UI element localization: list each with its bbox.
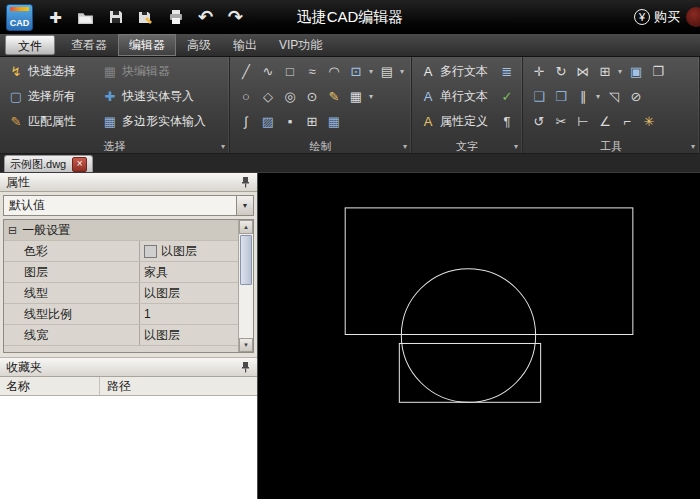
offset-button[interactable]: ∥▾ <box>573 88 602 106</box>
scale-button[interactable]: ◹ <box>604 88 624 106</box>
array-button[interactable]: ⊞▾ <box>595 63 624 81</box>
offset-dropdown-icon[interactable]: ▾ <box>596 92 600 101</box>
scroll-down-icon[interactable]: ▼ <box>239 338 253 352</box>
rectangle-button[interactable]: □ <box>280 63 300 81</box>
rotate-button[interactable]: ↻ <box>551 63 571 81</box>
tile-windows-button[interactable]: ❒ <box>551 88 571 106</box>
scrollbar[interactable]: ▲ ▼ <box>238 220 253 352</box>
hatch-button[interactable]: ▨ <box>258 113 278 131</box>
column-name[interactable]: 名称 <box>0 377 100 395</box>
line-button[interactable]: ╱ <box>236 63 256 81</box>
move-button[interactable]: ✛ <box>529 63 549 81</box>
multiline-text-button[interactable]: A多行文本 <box>418 59 490 84</box>
spell-check-button[interactable]: ✓ <box>497 84 517 109</box>
cad-circle[interactable] <box>401 269 535 403</box>
table-button[interactable]: ▦ <box>324 113 344 131</box>
cad-rectangle-large[interactable] <box>345 208 633 335</box>
extend-button[interactable]: ⊢ <box>573 113 593 131</box>
column-path[interactable]: 路径 <box>100 378 131 395</box>
support-icon[interactable] <box>686 7 700 27</box>
array-dropdown-icon[interactable]: ▾ <box>618 67 622 76</box>
select-all-button[interactable]: ▢选择所有 <box>6 87 100 106</box>
paste-button[interactable]: ❐ <box>648 63 668 81</box>
singleline-text-button[interactable]: A单行文本 <box>418 84 490 109</box>
polyline-button[interactable]: ∿ <box>258 63 278 81</box>
tab-viewer[interactable]: 查看器 <box>60 34 118 56</box>
quick-entity-import-button[interactable]: ✚快速实体导入 <box>100 87 224 106</box>
new-window-button[interactable]: ❑ <box>529 88 549 106</box>
color-swatch[interactable] <box>144 245 157 258</box>
block-editor-button[interactable]: ▦块编辑器 <box>100 62 224 81</box>
section-row-general[interactable]: ⊟ 一般设置 <box>4 220 238 241</box>
scroll-thumb[interactable] <box>240 235 252 285</box>
more-draw-button[interactable]: ▦▾ <box>346 88 375 106</box>
insert-block-dropdown-icon[interactable]: ▾ <box>369 67 373 76</box>
property-row-linetype-scale[interactable]: 线型比例 1 <box>4 304 238 325</box>
text-group-expand-icon[interactable]: ▾ <box>514 142 518 151</box>
canvas-area[interactable] <box>258 173 700 499</box>
preset-select[interactable]: 默认值 ▼ <box>3 195 254 216</box>
collapse-icon[interactable]: ⊟ <box>8 225 17 236</box>
tools-group-expand-icon[interactable]: ▾ <box>691 142 695 151</box>
point-button[interactable]: ▪ <box>280 113 300 131</box>
spline-button[interactable]: ∫ <box>236 113 256 131</box>
undo-button[interactable]: ↶ <box>192 4 219 30</box>
property-row-linetype[interactable]: 线型 以图层 <box>4 283 238 304</box>
property-row-layer[interactable]: 图层 家具 <box>4 262 238 283</box>
match-properties-button[interactable]: ✎匹配属性 <box>6 112 100 131</box>
ellipse-button[interactable]: ◎ <box>280 88 300 106</box>
save-button[interactable] <box>102 4 129 30</box>
property-row-color[interactable]: 色彩 以图层 <box>4 241 238 262</box>
text-align-button[interactable]: ≣ <box>497 59 517 84</box>
draw-group-expand-icon[interactable]: ▾ <box>403 142 407 151</box>
save-as-button[interactable] <box>132 4 159 30</box>
sketch-button[interactable]: ✎ <box>324 88 344 106</box>
tab-file[interactable]: 文件 <box>5 35 55 55</box>
copy-button[interactable]: ▣ <box>626 63 646 81</box>
text-style-button[interactable]: ¶ <box>497 109 517 134</box>
hatch-pattern-dropdown-icon[interactable]: ▾ <box>400 67 404 76</box>
property-row-lineweight[interactable]: 线宽 以图层 <box>4 325 238 346</box>
circle-button[interactable]: ○ <box>236 88 256 106</box>
arc-icon: ◠ <box>326 64 342 80</box>
polygon-entity-input-button[interactable]: ▦多边形实体输入 <box>100 112 224 131</box>
tab-advanced[interactable]: 高级 <box>176 34 222 56</box>
tab-vip[interactable]: VIP功能 <box>268 34 333 56</box>
document-tab[interactable]: 示例图.dwg × <box>4 155 93 172</box>
revision-cloud-button[interactable]: ≈ <box>302 63 322 81</box>
insert-block-button[interactable]: ⊡▾ <box>346 63 375 81</box>
buy-button[interactable]: ¥ 购买 <box>634 8 680 26</box>
pin-icon[interactable] <box>240 176 251 188</box>
fillet-button[interactable]: ⌐ <box>617 113 637 131</box>
select-group-expand-icon[interactable]: ▾ <box>221 142 225 151</box>
tab-editor[interactable]: 编辑器 <box>118 34 176 56</box>
donut-button[interactable]: ⊙ <box>302 88 322 106</box>
region-button[interactable]: ⊞ <box>302 113 322 131</box>
undo-mark-button[interactable]: ↺ <box>529 113 549 131</box>
favorites-list[interactable] <box>0 396 257 499</box>
app-logo[interactable]: CAD <box>6 4 33 31</box>
explode-button[interactable]: ✳ <box>639 113 659 131</box>
attribute-define-button[interactable]: A属性定义 <box>418 109 490 134</box>
cad-rectangle-small[interactable] <box>399 343 540 402</box>
close-tab-icon[interactable]: × <box>72 157 87 172</box>
scroll-up-icon[interactable]: ▲ <box>239 220 253 234</box>
trim-button[interactable]: ✂ <box>551 113 571 131</box>
measure-button[interactable]: ∠ <box>595 113 615 131</box>
erase-button[interactable]: ⊘ <box>626 88 646 106</box>
titlebar: CAD ✚ <box>0 0 700 34</box>
redo-button[interactable]: ↷ <box>222 4 249 30</box>
mirror-button[interactable]: ⋈ <box>573 63 593 81</box>
open-file-button[interactable] <box>72 4 99 30</box>
combo-arrow-icon[interactable]: ▼ <box>236 196 253 215</box>
pin-icon[interactable] <box>240 361 251 373</box>
print-button[interactable] <box>162 4 189 30</box>
tab-output[interactable]: 输出 <box>222 34 268 56</box>
arc-button[interactable]: ◠ <box>324 63 344 81</box>
drawing-canvas[interactable] <box>258 173 700 499</box>
quick-select-button[interactable]: ↯快速选择 <box>6 62 100 81</box>
new-file-button[interactable]: ✚ <box>42 4 69 30</box>
polygon-button[interactable]: ◇ <box>258 88 278 106</box>
more-draw-dropdown-icon[interactable]: ▾ <box>369 92 373 101</box>
hatch-pattern-button[interactable]: ▤▾ <box>377 63 406 81</box>
